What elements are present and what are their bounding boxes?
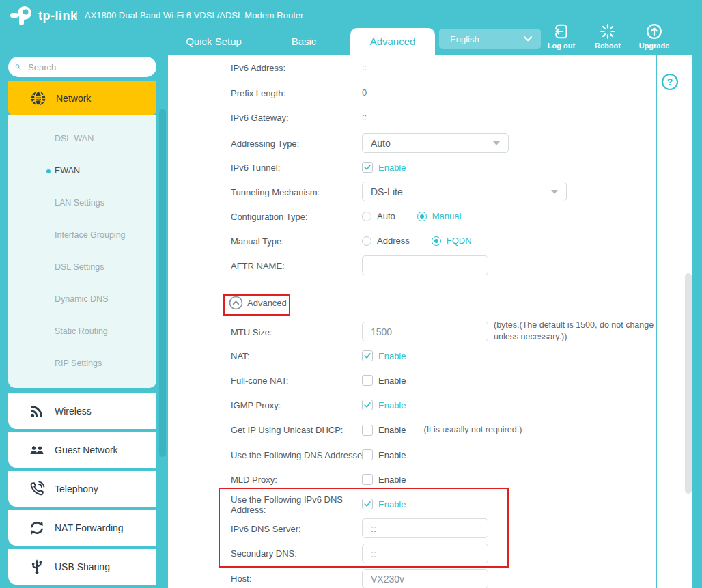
enable-label[interactable]: Enable	[378, 475, 406, 485]
sidebar-item-wireless[interactable]: Wireless	[8, 393, 156, 429]
check-icon	[363, 500, 371, 508]
ipv6-tunnel-checkbox[interactable]	[362, 162, 373, 173]
sidebar-item-network[interactable]: Network	[8, 81, 156, 115]
addressing-type-select[interactable]: Auto	[362, 133, 509, 153]
usb-sharing-icon	[29, 559, 45, 575]
search-box[interactable]	[8, 57, 156, 77]
enable-label[interactable]: Enable	[378, 450, 406, 460]
tunneling-mechanism-select[interactable]: DS-Lite	[362, 182, 567, 201]
sidebar-item-label: Wireless	[55, 406, 92, 417]
sidebar-item-telephony[interactable]: Telephony	[8, 471, 156, 507]
host-input[interactable]	[362, 569, 488, 588]
config-type-auto-radio[interactable]	[362, 212, 371, 221]
radio-label[interactable]: Auto	[377, 211, 395, 221]
aftr-name-input[interactable]	[362, 255, 488, 275]
help-icon[interactable]: ?	[661, 73, 679, 91]
field-label: IPv6 DNS Server:	[231, 524, 362, 534]
ipv6-dns-server-input[interactable]	[362, 518, 488, 538]
submenu-item-interface-grouping[interactable]: Interface Grouping	[55, 230, 126, 240]
search-input[interactable]	[27, 61, 150, 73]
field-label: Prefix Length:	[231, 88, 362, 98]
field-label: MTU Size:	[231, 327, 362, 337]
full-cone-nat-checkbox[interactable]	[362, 375, 373, 386]
tab-advanced[interactable]: Advanced	[350, 28, 435, 55]
dns-addresses-checkbox[interactable]	[362, 449, 373, 460]
enable-label[interactable]: Enable	[378, 400, 406, 410]
router-admin-page: tp-link | AX1800 Dual-Band Wi-Fi 6 VDSL/…	[0, 0, 702, 588]
tab-quick-setup[interactable]: Quick Setup	[171, 28, 257, 55]
field-label: MLD Proxy:	[231, 475, 362, 485]
field-label: IPv6 Tunnel:	[231, 163, 362, 173]
network-submenu: DSL-WAN EWAN LAN Settings Interface Grou…	[8, 115, 156, 388]
unicast-dhcp-note: (It is usually not required.)	[423, 424, 522, 436]
wireless-icon	[29, 403, 45, 419]
field-label: Secondary DNS:	[231, 548, 362, 559]
sidebar-item-usb-sharing[interactable]: USB Sharing	[8, 549, 156, 585]
submenu-item-dsl-settings[interactable]: DSL Settings	[55, 262, 104, 272]
chevron-down-icon	[493, 141, 500, 145]
radio-label[interactable]: FQDN	[447, 236, 472, 246]
tplink-logo-icon	[10, 5, 34, 27]
check-icon	[363, 163, 371, 171]
sidebar-scrollbar[interactable]	[159, 109, 166, 457]
language-select[interactable]: English	[439, 29, 541, 49]
enable-label[interactable]: Enable	[378, 163, 406, 173]
mld-proxy-checkbox[interactable]	[362, 474, 373, 485]
field-label: Use the Following IPv6 DNS Address:	[231, 494, 350, 515]
field-label: Configuration Type:	[231, 212, 362, 222]
igmp-proxy-checkbox[interactable]	[362, 400, 373, 410]
sidebar-item-nat-forwarding[interactable]: NAT Forwarding	[8, 510, 156, 546]
mtu-size-input[interactable]	[362, 322, 488, 341]
enable-label[interactable]: Enable	[378, 351, 406, 361]
prefix-length-value: 0	[362, 87, 367, 98]
active-dot	[46, 169, 51, 173]
submenu-item-static-routing[interactable]: Static Routing	[55, 326, 108, 336]
logout-button[interactable]: Log out	[541, 23, 582, 50]
sidebar-item-label: NAT Forwarding	[55, 522, 124, 533]
radio-label[interactable]: Address	[377, 236, 410, 246]
nat-checkbox[interactable]	[362, 350, 373, 361]
collapse-up-icon	[229, 296, 243, 310]
ipv6-address-value: ::	[362, 62, 367, 72]
upgrade-label: Upgrade	[639, 42, 670, 50]
content-scrollbar[interactable]	[685, 273, 692, 494]
config-type-manual-radio[interactable]	[417, 212, 427, 221]
reboot-label: Reboot	[595, 42, 621, 50]
logout-icon	[553, 23, 570, 40]
search-icon	[15, 60, 21, 74]
submenu-item-dynamic-dns[interactable]: Dynamic DNS	[55, 294, 109, 304]
manual-type-fqdn-radio[interactable]	[432, 236, 441, 246]
advanced-toggle[interactable]: Advanced	[229, 296, 287, 310]
field-label: Addressing Type:	[231, 139, 362, 149]
submenu-item-rip-settings[interactable]: RIP Settings	[55, 359, 102, 368]
upgrade-button[interactable]: Upgrade	[634, 23, 675, 50]
check-icon	[363, 401, 371, 409]
field-label: NAT:	[231, 351, 362, 361]
secondary-dns-input[interactable]	[362, 544, 488, 563]
unicast-dhcp-checkbox[interactable]	[362, 425, 373, 436]
sidebar-item-guest-network[interactable]: Guest Network	[8, 432, 156, 468]
reboot-button[interactable]: Reboot	[587, 23, 628, 50]
ipv6-dns-checkbox[interactable]	[362, 499, 373, 509]
tab-basic[interactable]: Basic	[277, 28, 331, 55]
chevron-down-icon	[524, 36, 532, 42]
enable-label[interactable]: Enable	[378, 376, 406, 386]
submenu-item-ewan[interactable]: EWAN	[55, 166, 80, 176]
field-label: IPv6 Address:	[231, 63, 362, 73]
sidebar-item-label: USB Sharing	[55, 561, 110, 572]
reboot-icon	[600, 23, 616, 40]
sidebar-item-label: Telephony	[55, 484, 98, 494]
field-label: Tunneling Mechanism:	[231, 187, 362, 197]
enable-label[interactable]: Enable	[378, 499, 406, 509]
submenu-item-dsl-wan[interactable]: DSL-WAN	[55, 134, 94, 143]
enable-label[interactable]: Enable	[378, 425, 406, 435]
telephony-icon	[29, 481, 45, 497]
field-label: Get IP Using Unicast DHCP:	[231, 425, 362, 435]
manual-type-address-radio[interactable]	[362, 236, 371, 246]
radio-label[interactable]: Manual	[432, 211, 462, 221]
submenu-item-lan-settings[interactable]: LAN Settings	[55, 198, 104, 208]
page-title: AX1800 Dual-Band Wi-Fi 6 VDSL/ADSL Modem…	[85, 10, 303, 20]
sidebar-item-label: Guest Network	[55, 445, 118, 456]
guest-network-icon	[29, 442, 45, 458]
tplink-logo: tp-link	[10, 5, 78, 27]
